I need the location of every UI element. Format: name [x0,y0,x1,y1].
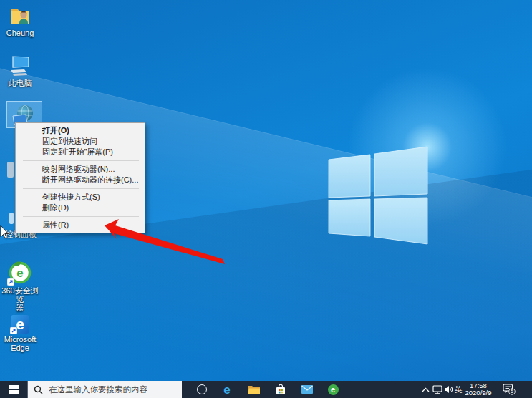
ethernet-network-icon [432,385,442,394]
taskbar-search-box[interactable] [27,381,182,398]
360-browser-icon: e [328,384,339,395]
desktop-icon-360-browser[interactable]: e 360安全浏览 器 [0,259,40,312]
taskbar-file-explorer-button[interactable] [243,381,263,398]
menu-separator [23,216,139,217]
mail-icon [301,385,313,394]
taskbar-cortana-button[interactable] [192,381,212,398]
start-button[interactable] [0,381,27,398]
microsoft-edge-icon: e [11,312,29,334]
shortcut-arrow-overlay [7,278,14,286]
cortana-icon [197,384,207,394]
search-input[interactable] [47,384,179,394]
context-menu: 打开(O) 固定到快速访问 固定到“开始”屏幕(P) 映射网络驱动器(N)...… [15,122,145,233]
user-folder-icon [8,3,32,27]
search-icon [34,385,43,394]
menu-item-disconnect-network-drive[interactable]: 断开网络驱动器的连接(C)... [16,175,145,185]
chevron-up-icon [422,387,430,392]
action-center-button[interactable]: 5 [498,381,520,398]
desktop-icon-user-folder[interactable]: Cheung [0,3,40,37]
windows-logo-wallpaper [315,140,430,247]
desktop-icon-this-pc[interactable]: 此电脑 [0,53,40,87]
clock-date: 2020/9/9 [463,389,494,397]
shortcut-arrow-overlay [10,327,17,334]
tray-clock[interactable]: 17:58 2020/9/9 [463,381,494,398]
desktop-icon-label: 360安全浏览 [0,286,40,304]
menu-item-create-shortcut[interactable]: 创建快捷方式(S) [16,192,145,203]
windows-start-icon [9,385,19,394]
speaker-icon [444,385,453,394]
taskbar-mail-button[interactable] [297,381,317,398]
menu-item-pin-to-start[interactable]: 固定到“开始”屏幕(P) [16,147,145,157]
taskbar-360-browser-button[interactable]: e [323,381,343,398]
edge-icon: e [223,384,230,396]
desktop-icon-label: Cheung [6,29,34,37]
desktop-icon-microsoft-edge[interactable]: e Microsoft Edge [0,312,40,352]
tray-ime-indicator[interactable]: 英 [453,381,463,398]
partially-covered-icon[interactable] [7,162,14,178]
file-explorer-icon [248,384,260,394]
windows-desktop-screen: Cheung 此电脑 [0,0,532,398]
microsoft-store-icon [276,384,286,394]
desktop-icon-label: Microsoft [4,335,37,344]
ime-language-label: 英 [455,384,463,395]
360-browser-icon: e [8,259,32,285]
control-panel-icon-partial[interactable] [9,213,14,224]
this-pc-icon [9,53,32,77]
desktop-icon-label: 此电脑 [9,79,32,87]
menu-item-open[interactable]: 打开(O) [16,125,145,136]
menu-item-delete[interactable]: 删除(D) [16,203,145,213]
taskbar-store-button[interactable] [271,381,291,398]
desktop-icon-label: Edge [11,344,29,352]
taskbar: e e [0,381,532,398]
menu-item-map-network-drive[interactable]: 映射网络驱动器(N)... [16,164,145,175]
svg-text:e: e [16,266,23,280]
tray-network-button[interactable] [431,381,443,398]
taskbar-edge-button[interactable]: e [217,381,237,398]
menu-item-properties[interactable]: 属性(R) [16,220,145,230]
desktop-icon-label: 器 [16,304,24,312]
menu-separator [23,188,139,189]
menu-separator [23,160,139,161]
tray-show-hidden-icons-button[interactable] [420,381,431,398]
notification-badge: 5 [511,389,513,394]
action-center-icon: 5 [503,384,516,395]
tray-volume-button[interactable] [443,381,454,398]
menu-item-pin-to-quick-access[interactable]: 固定到快速访问 [16,136,145,147]
